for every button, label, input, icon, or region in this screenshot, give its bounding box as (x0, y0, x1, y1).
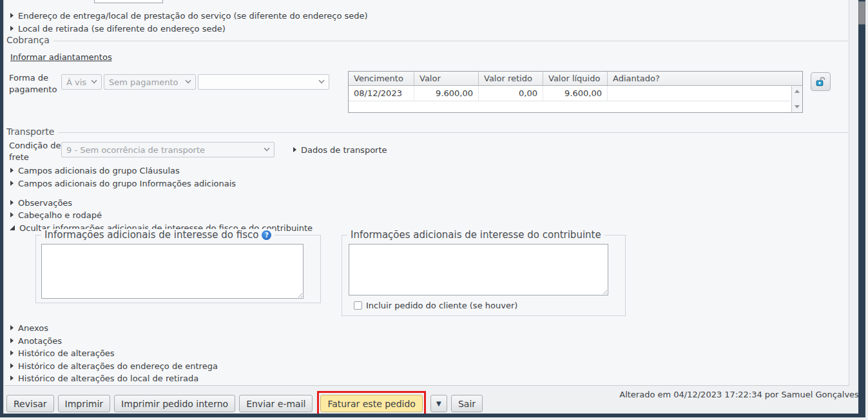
collapsed-arrow-icon (10, 363, 14, 368)
chevron-down-icon (264, 145, 269, 151)
cut-off-control (94, 0, 163, 3)
expanded-arrow-icon (10, 225, 15, 230)
scroll-up-icon[interactable] (795, 90, 800, 93)
fisco-textarea-wrap (41, 244, 304, 299)
chevron-down-icon (185, 77, 191, 83)
col-header-adiantado[interactable]: Adiantado? (608, 72, 791, 85)
installments-table: Vencimento Valor Valor retido Valor líqu… (348, 71, 803, 113)
table-row[interactable]: 08/12/2023 9.600,00 0,00 9.600,00 (349, 86, 791, 101)
chevron-down-icon (318, 77, 324, 83)
transport-group-header: Transporte (6, 126, 848, 137)
section-label: Endereço de entrega/local de prestação d… (18, 11, 368, 21)
col-header-vencimento[interactable]: Vencimento (349, 72, 414, 85)
section-campos-informacoes[interactable]: Campos adicionais do grupo Informações a… (10, 178, 236, 188)
fisco-fieldset: Informações adicionais de interesse do f… (35, 235, 321, 303)
fisco-legend: Informações adicionais de interesse do f… (41, 229, 275, 241)
freight-condition-label: Condição de frete (9, 140, 62, 163)
payment-form-label: Forma de pagamento (9, 72, 62, 95)
collapsed-arrow-icon (10, 200, 14, 205)
payment-method-value: Sem pagamento (109, 77, 178, 87)
section-local-retirada[interactable]: Local de retirada (se diferente do ender… (10, 23, 226, 34)
include-client-order-label: Incluir pedido do cliente (se houver) (366, 301, 517, 310)
highlight-annotation-box: Faturar este pedido (317, 391, 425, 416)
installments-table-header: Vencimento Valor Valor retido Valor líqu… (349, 72, 802, 86)
last-modified-status: Alterado em 04/12/2023 17:22:34 por Samu… (619, 390, 862, 399)
cell-valor-liquido: 9.600,00 (543, 86, 608, 101)
cell-vencimento: 08/12/2023 (349, 86, 414, 101)
left-scrollbar[interactable] (0, 0, 4, 414)
imprimir-button[interactable]: Imprimir (58, 395, 111, 412)
section-observacoes[interactable]: Observações (10, 197, 72, 208)
order-form-page: Endereço de entrega/local de prestação d… (0, 0, 868, 420)
section-historico-retirada[interactable]: Histórico de alterações do local de reti… (10, 373, 198, 383)
include-client-order-checkbox[interactable] (354, 301, 362, 310)
cell-adiantado (608, 86, 791, 101)
contribuinte-textarea-wrap (349, 244, 608, 295)
contribuinte-legend-text: Informações adicionais de interesse do c… (351, 229, 601, 241)
faturar-este-pedido-button[interactable]: Faturar este pedido (320, 395, 422, 412)
section-label: Anexos (18, 323, 48, 333)
section-label: Campos adicionais do grupo Cláusulas (18, 166, 180, 175)
freight-condition-select[interactable]: 9 - Sem ocorrência de transporte (61, 142, 275, 157)
inform-advances-link[interactable]: Informar adiantamentos (10, 52, 112, 62)
cell-valor: 9.600,00 (414, 86, 479, 101)
collapsed-arrow-icon (10, 13, 14, 18)
collapsed-arrow-icon (10, 26, 14, 31)
payment-method-select[interactable]: Sem pagamento (104, 74, 196, 90)
collapsed-arrow-icon (293, 147, 296, 152)
section-historico-alteracoes[interactable]: Histórico de alterações (10, 348, 115, 358)
section-label: Histórico de alterações do local de reti… (18, 374, 198, 383)
section-historico-endereco[interactable]: Histórico de alterações do endereço de e… (10, 361, 218, 371)
enviar-email-button[interactable]: Enviar e-mail (239, 395, 313, 412)
bottom-scrollbar[interactable] (0, 414, 865, 417)
section-anotacoes[interactable]: Anotações (10, 335, 62, 346)
imprimir-pedido-interno-button[interactable]: Imprimir pedido interno (114, 395, 235, 412)
fisco-textarea[interactable] (41, 244, 304, 299)
collapsed-arrow-icon (10, 325, 14, 330)
unlock-icon (815, 75, 827, 88)
contribuinte-legend: Informações adicionais de interesse do c… (347, 229, 604, 241)
order-form-panel: Endereço de entrega/local de prestação d… (5, 0, 849, 386)
chevron-down-icon (91, 77, 97, 83)
section-label: Cabeçalho e rodapé (18, 210, 102, 220)
section-dados-transporte[interactable]: Dados de transporte (293, 145, 387, 155)
sair-button[interactable]: Sair (451, 395, 483, 412)
section-cabecalho-rodape[interactable]: Cabeçalho e rodapé (10, 210, 102, 220)
contribuinte-textarea[interactable] (349, 244, 608, 295)
billing-group-title: Cobrança (6, 35, 53, 45)
section-label: Dados de transporte (301, 145, 387, 155)
section-anexos[interactable]: Anexos (10, 323, 48, 333)
include-client-order-row: Incluir pedido do cliente (se houver) (354, 301, 517, 310)
cell-valor-retido: 0,00 (479, 86, 543, 101)
collapsed-arrow-icon (10, 181, 14, 186)
freight-condition-value: 9 - Sem ocorrência de transporte (66, 145, 205, 155)
fisco-legend-text: Informações adicionais de interesse do f… (44, 229, 258, 241)
collapsed-arrow-icon (10, 168, 14, 173)
scroll-header-spacer (791, 72, 802, 85)
section-label: Campos adicionais do grupo Informações a… (18, 179, 236, 188)
help-icon[interactable]: ? (262, 230, 271, 240)
billing-group-header: Cobrança (6, 35, 848, 45)
vertical-scrollbar-thumb[interactable] (858, 1, 865, 25)
col-header-valor[interactable]: Valor (414, 72, 479, 85)
transport-group-title: Transporte (6, 126, 58, 137)
footer-button-bar: Revisar Imprimir Imprimir pedido interno… (6, 395, 483, 412)
section-label: Anotações (18, 336, 62, 346)
faturar-dropdown-button[interactable]: ▼ (430, 395, 447, 412)
payment-extra-select[interactable] (198, 74, 329, 90)
scroll-down-icon[interactable] (795, 105, 800, 108)
col-header-valor-retido[interactable]: Valor retido (479, 72, 543, 85)
payment-term-select[interactable]: À vista (61, 74, 102, 90)
unlock-button[interactable] (811, 72, 831, 91)
section-label: Histórico de alterações do endereço de e… (18, 361, 218, 371)
section-endereco-entrega[interactable]: Endereço de entrega/local de prestação d… (10, 10, 368, 21)
section-campos-clausulas[interactable]: Campos adicionais do grupo Cláusulas (10, 165, 180, 175)
vertical-scrollbar-track[interactable] (858, 0, 865, 417)
collapsed-arrow-icon (10, 375, 14, 381)
collapsed-arrow-icon (10, 338, 14, 343)
table-scrollbar[interactable] (791, 86, 802, 112)
col-header-valor-liquido[interactable]: Valor líquido (543, 72, 608, 85)
collapsed-arrow-icon (10, 212, 14, 217)
installments-table-body: 08/12/2023 9.600,00 0,00 9.600,00 (349, 86, 802, 112)
revisar-button[interactable]: Revisar (6, 395, 54, 412)
